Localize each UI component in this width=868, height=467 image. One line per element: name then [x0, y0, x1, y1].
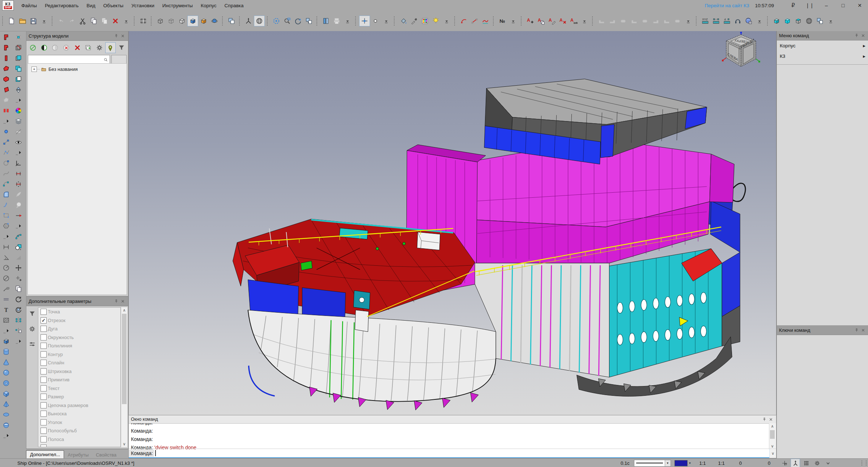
param-settings-icon[interactable]	[27, 324, 37, 334]
scroll-down-icon[interactable]: ∨	[121, 441, 127, 447]
checkbox[interactable]	[41, 419, 47, 425]
profile-3-icon[interactable]	[618, 16, 629, 26]
plate-gray-icon[interactable]	[1, 95, 12, 105]
palette-icon[interactable]	[420, 16, 430, 26]
flyout-modify-icon[interactable]	[13, 336, 24, 346]
view-shaded-icon[interactable]	[187, 16, 198, 26]
filter-row-17[interactable]	[38, 444, 120, 447]
flyout-measure-icon[interactable]	[754, 16, 765, 26]
close-icon[interactable]	[119, 298, 126, 305]
menu-7[interactable]: Корпус	[197, 1, 221, 10]
plate-red-3-icon[interactable]	[1, 84, 12, 95]
colors-icon[interactable]	[13, 105, 24, 116]
menu-2[interactable]: Редактировать	[41, 1, 82, 10]
filter-row-2[interactable]: ✓Отрезок	[38, 316, 120, 325]
flyout-solids-icon[interactable]	[1, 430, 12, 441]
region-both-icon[interactable]	[13, 63, 24, 74]
mirror-copy-icon[interactable]	[13, 325, 24, 336]
checkbox[interactable]	[41, 351, 47, 357]
surface-flip-icon[interactable]	[13, 84, 24, 95]
view-rotate-icon[interactable]	[293, 16, 303, 26]
fillet-icon[interactable]	[1, 200, 12, 210]
attr-edit-icon[interactable]: A	[546, 16, 557, 26]
rotate-entity-icon[interactable]	[13, 294, 24, 304]
new-file-icon[interactable]	[6, 16, 17, 26]
hide-entity-icon[interactable]	[28, 42, 38, 53]
attr-copy-icon[interactable]: A	[536, 16, 546, 26]
measure-angle-icon[interactable]	[732, 16, 743, 26]
open-file-icon[interactable]	[17, 16, 28, 26]
view-orbit-icon[interactable]	[209, 16, 220, 26]
tab-2[interactable]: Атрибуты	[64, 451, 92, 459]
flyout-solid-icon[interactable]	[825, 16, 836, 26]
param-tune-icon[interactable]	[27, 339, 37, 349]
flyout-tools-icon[interactable]	[13, 220, 24, 231]
solid-box-icon[interactable]	[1, 336, 12, 346]
expand-icon[interactable]: +	[31, 67, 37, 72]
filter-row-9[interactable]: Примитив	[38, 376, 120, 384]
zoom-window-icon[interactable]	[282, 16, 293, 26]
status-settings-icon[interactable]	[812, 459, 822, 467]
zoom-extents-icon[interactable]	[271, 16, 282, 26]
ucs-axes-icon[interactable]	[243, 16, 254, 26]
solid-pan-icon[interactable]	[814, 16, 825, 26]
filter-row-3[interactable]: Дуга	[38, 325, 120, 333]
flyout-number-icon[interactable]	[508, 16, 519, 26]
command-log[interactable]: Команда:Команда: Команда: Команда: 'dvie…	[129, 423, 769, 449]
filter-row-16[interactable]: Полоса	[38, 435, 120, 444]
checkbox[interactable]	[41, 436, 47, 442]
print-icon[interactable]	[331, 16, 342, 26]
toolbar-grip[interactable]	[239, 16, 242, 26]
boolean-icon[interactable]	[13, 241, 24, 252]
chevron-down-icon[interactable]: ▼	[689, 462, 692, 465]
params-scrollbar[interactable]: ∧ ∨	[121, 307, 127, 447]
flyout-annotate-icon[interactable]	[1, 325, 12, 336]
toolbar-grip[interactable]	[316, 16, 319, 26]
checkbox[interactable]	[41, 368, 47, 374]
toolbar-grip[interactable]	[454, 16, 457, 26]
checkbox[interactable]	[41, 445, 47, 447]
polyline-icon[interactable]	[1, 147, 12, 158]
mirror-icon[interactable]	[13, 315, 24, 325]
menu-1[interactable]: Файлы	[17, 1, 41, 10]
panel-red-icon[interactable]	[1, 105, 12, 116]
show-icon[interactable]	[13, 137, 24, 147]
3d-viewport[interactable]: СВЕРХУ СЛЕВА СПЕРЕДИ	[128, 31, 776, 415]
profile-5-icon[interactable]	[639, 16, 650, 26]
checkbox[interactable]	[41, 334, 47, 340]
flyout-region-icon[interactable]	[13, 95, 24, 105]
pin-icon[interactable]	[761, 416, 767, 423]
lighting-icon[interactable]	[430, 16, 441, 26]
attr-delete-icon[interactable]: A	[557, 16, 568, 26]
frame-red-2-icon[interactable]	[1, 42, 12, 53]
pin-icon[interactable]	[853, 327, 860, 334]
dim-angular-icon[interactable]	[1, 252, 12, 262]
delete-icon[interactable]	[110, 16, 121, 26]
filter-row-11[interactable]: Размер	[38, 393, 120, 401]
checkbox[interactable]	[41, 309, 47, 315]
view-flat-icon[interactable]	[176, 16, 187, 26]
toolbar-grip[interactable]	[267, 16, 269, 26]
numbering-icon[interactable]: №	[497, 16, 508, 26]
direction-icon[interactable]	[13, 210, 24, 220]
grid-mode-icon[interactable]	[801, 459, 811, 467]
search-icon[interactable]	[102, 56, 109, 63]
ucs-mode-icon[interactable]	[791, 459, 800, 467]
pin-icon[interactable]	[113, 33, 119, 39]
attr-info-icon[interactable]: Ainfo	[568, 16, 579, 26]
filter-row-8[interactable]: Штриховка	[38, 367, 120, 376]
curve-smooth-icon[interactable]	[480, 16, 491, 26]
menu-8[interactable]: Справка	[221, 1, 248, 10]
snap-point-icon[interactable]	[370, 16, 381, 26]
region-front-icon[interactable]	[13, 53, 24, 63]
solid-ellipse-icon[interactable]	[1, 409, 12, 420]
filter-row-1[interactable]: Точка	[38, 308, 120, 316]
rectangle-icon[interactable]	[1, 210, 12, 220]
frame-red-bar-icon[interactable]	[1, 53, 12, 63]
rotate-solid-icon[interactable]	[13, 304, 24, 315]
point-icon[interactable]	[1, 126, 12, 137]
split-view-icon[interactable]	[320, 16, 331, 26]
toolbar-grip[interactable]	[151, 16, 153, 26]
plate-red-1-icon[interactable]	[1, 63, 12, 74]
flyout-snap-icon[interactable]	[381, 16, 392, 26]
